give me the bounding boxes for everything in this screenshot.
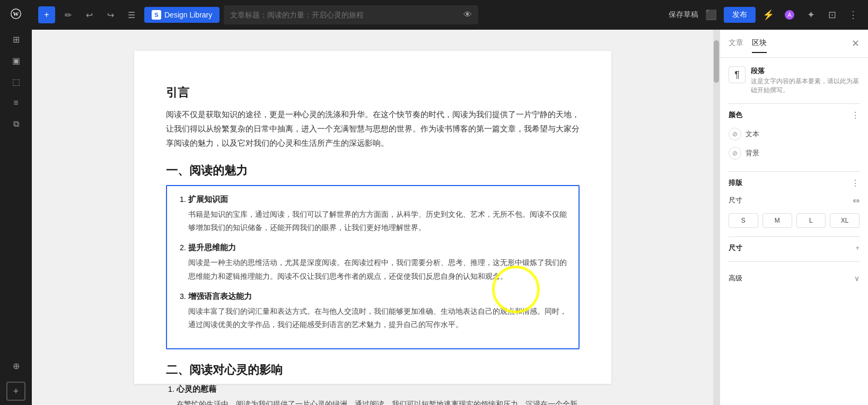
color-section-title: 颜色 [729, 110, 742, 120]
section1-heading: 一、阅读的魅力 [166, 163, 580, 179]
color-text-label: 文本 [746, 129, 759, 139]
design-library-badge: S [152, 10, 161, 20]
tab-block[interactable]: 区块 [752, 34, 767, 53]
left-sidebar: W ⊞ ▣ ⬚ ≡ ⧉ ⊕ + [0, 0, 32, 405]
list-item[interactable]: 心灵的慰藉 在繁忙的生活中，阅读为我们提供了一片心灵的绿洲。通过阅读，我们可以短… [177, 384, 580, 405]
svg-text:A: A [787, 12, 792, 18]
sidebar-item-list[interactable]: ≡ [6, 93, 25, 112]
items-list: 扩展知识面 书籍是知识的宝库，通过阅读，我们可以了解世界的方方面面，从科学、历史… [178, 195, 568, 331]
size-adjust-icon[interactable]: ⇔ [853, 196, 860, 206]
editor-area[interactable]: 引言 阅读不仅是获取知识的途径，更是一种心灵的洗涤和升华。在这个快节奏的时代，阅… [32, 30, 713, 405]
color-section-header: 颜色 ⋮ [729, 110, 860, 120]
items2-list: 心灵的慰藉 在繁忙的生活中，阅读为我们提供了一片心灵的绿洲。通过阅读，我们可以短… [166, 384, 580, 405]
sidebar-item-search[interactable]: ⊕ [6, 356, 25, 375]
item2-body: 阅读是一种主动的思维活动，尤其是深度阅读。在阅读过程中，我们需要分析、思考、推理… [188, 256, 568, 283]
size-xl-button[interactable]: XL [830, 213, 860, 228]
preview-icon[interactable]: 👁 [463, 10, 472, 20]
toolbar-right: 保存草稿 ⬛ 发布 ⚡ A ✦ ⊡ ⋮ [669, 6, 862, 23]
intro-heading: 引言 [166, 85, 580, 101]
ai-icon[interactable]: ✦ [802, 6, 819, 23]
item4-body: 在繁忙的生活中，阅读为我们提供了一片心灵的绿洲。通过阅读，我们可以短暂地逃离现实… [177, 398, 580, 405]
size-l-button[interactable]: L [796, 213, 826, 228]
color-bg-label: 背景 [746, 148, 759, 158]
color-bg-circle: ⊘ [729, 147, 741, 160]
layout-section: 排版 ⋮ 尺寸 ⇔ S M L XL [729, 171, 860, 228]
block-info: ¶ 段落 这是文字内容的基本要素，请以此为基础开始撰写。 [729, 66, 860, 95]
panel-close-button[interactable]: ✕ [852, 38, 860, 49]
size-section2: 尺寸 + [729, 236, 860, 253]
avatar-icon[interactable]: A [781, 6, 798, 23]
scrollbar-track[interactable] [713, 30, 720, 405]
size-section2-header: 尺寸 + [729, 243, 860, 253]
panel-body: ¶ 段落 这是文字内容的基本要素，请以此为基础开始撰写。 颜色 ⋮ ⊘ 文本 ⊘ [720, 58, 868, 405]
item3-title: 增强语言表达能力 [188, 292, 568, 302]
size-options: S M L XL [729, 213, 860, 228]
paragraph-icon: ¶ [729, 66, 746, 83]
scrollbar-thumb[interactable] [714, 40, 719, 83]
editor-content: 引言 阅读不仅是获取知识的途径，更是一种心灵的洗涤和升华。在这个快节奏的时代，阅… [134, 51, 611, 384]
size-s-button[interactable]: S [729, 213, 758, 228]
add-block-button[interactable]: + [38, 6, 55, 23]
main-container: 引言 阅读不仅是获取知识的途径，更是一种心灵的洗涤和升华。在这个快节奏的时代，阅… [32, 30, 868, 405]
sidebar-add-button[interactable]: + [6, 382, 25, 401]
advanced-label: 高级 [729, 274, 742, 283]
item1-title: 扩展知识面 [188, 195, 568, 205]
color-more-button[interactable]: ⋮ [851, 110, 860, 120]
layout-section-header: 排版 ⋮ [729, 178, 860, 188]
color-bg-option[interactable]: ⊘ 背景 [729, 144, 860, 163]
design-library-button[interactable]: S Design Library [144, 7, 220, 23]
sidebar-item-dashboard[interactable]: ⊞ [6, 30, 25, 49]
block-name: 段落 [751, 66, 860, 76]
intro-text[interactable]: 阅读不仅是获取知识的途径，更是一种心灵的洗涤和升华。在这个快节奏的时代，阅读为我… [166, 107, 580, 150]
item3-body: 阅读丰富了我们的词汇量和表达方式。在与他人交流时，我们能够更加准确、生动地表达自… [188, 305, 568, 331]
right-panel: 文章 区块 ✕ ¶ 段落 这是文字内容的基本要素，请以此为基础开始撰写。 颜色 … [720, 30, 868, 405]
wp-logo[interactable]: W [6, 4, 25, 23]
title-input[interactable] [230, 11, 463, 19]
size-section2-title: 尺寸 [729, 243, 742, 253]
undo-button[interactable]: ↩ [81, 6, 98, 23]
edit-button[interactable]: ✏ [59, 6, 76, 23]
color-section: 颜色 ⋮ ⊘ 文本 ⊘ 背景 [729, 103, 860, 163]
publish-button[interactable]: 发布 [724, 7, 756, 23]
color-text-option[interactable]: ⊘ 文本 [729, 125, 860, 144]
lightning-icon[interactable]: ⚡ [760, 6, 777, 23]
list-item[interactable]: 扩展知识面 书籍是知识的宝库，通过阅读，我们可以了解世界的方方面面，从科学、历史… [188, 195, 568, 234]
advanced-toggle[interactable]: ∨ [854, 274, 860, 283]
size-add-button[interactable]: + [855, 244, 860, 252]
layout-more-button[interactable]: ⋮ [851, 178, 860, 188]
advanced-section: 高级 ∨ [729, 261, 860, 288]
list-item[interactable]: 增强语言表达能力 阅读丰富了我们的词汇量和表达方式。在与他人交流时，我们能够更加… [188, 292, 568, 331]
sidebar-item-blocks[interactable]: ⧉ [6, 115, 25, 134]
top-toolbar: + ✏ ↩ ↪ ☰ S Design Library 👁 保存草稿 ⬛ 发布 ⚡… [32, 0, 868, 30]
block-desc: 这是文字内容的基本要素，请以此为基础开始撰写。 [751, 77, 860, 95]
item4-title: 心灵的慰藉 [177, 384, 580, 394]
tab-article[interactable]: 文章 [729, 34, 743, 53]
svg-text:W: W [13, 11, 19, 17]
size-m-button[interactable]: M [762, 213, 792, 228]
size-row: 尺寸 ⇔ [729, 192, 860, 209]
save-draft-button[interactable]: 保存草稿 [669, 10, 698, 20]
redo-button[interactable]: ↪ [102, 6, 119, 23]
sidebar-item-save[interactable]: ▣ [6, 51, 25, 70]
size-row-label: 尺寸 [729, 196, 742, 205]
more-icon[interactable]: ⋮ [845, 6, 862, 23]
title-input-wrap: 👁 [224, 5, 478, 24]
chevron-down-icon: ∨ [854, 274, 860, 283]
design-library-label: Design Library [164, 11, 212, 19]
item2-title: 提升思维能力 [188, 243, 568, 253]
list-view-button[interactable]: ☰ [123, 6, 140, 23]
section2-heading: 二、阅读对心灵的影响 [166, 362, 580, 378]
advanced-row[interactable]: 高级 ∨ [729, 268, 860, 288]
sidebar-item-media[interactable]: ⬚ [6, 72, 25, 91]
item1-body: 书籍是知识的宝库，通过阅读，我们可以了解世界的方方面面，从科学、历史到文化、艺术… [188, 208, 568, 234]
layout-section-title: 排版 [729, 178, 742, 188]
responsive-icon[interactable]: ⬛ [703, 6, 720, 23]
color-text-circle: ⊘ [729, 128, 741, 140]
list-item[interactable]: 提升思维能力 阅读是一种主动的思维活动，尤其是深度阅读。在阅读过程中，我们需要分… [188, 243, 568, 283]
settings-icon[interactable]: ⊡ [823, 6, 840, 23]
numbered-list-block[interactable]: 扩展知识面 书籍是知识的宝库，通过阅读，我们可以了解世界的方方面面，从科学、历史… [166, 185, 580, 349]
panel-header: 文章 区块 ✕ [720, 30, 868, 58]
